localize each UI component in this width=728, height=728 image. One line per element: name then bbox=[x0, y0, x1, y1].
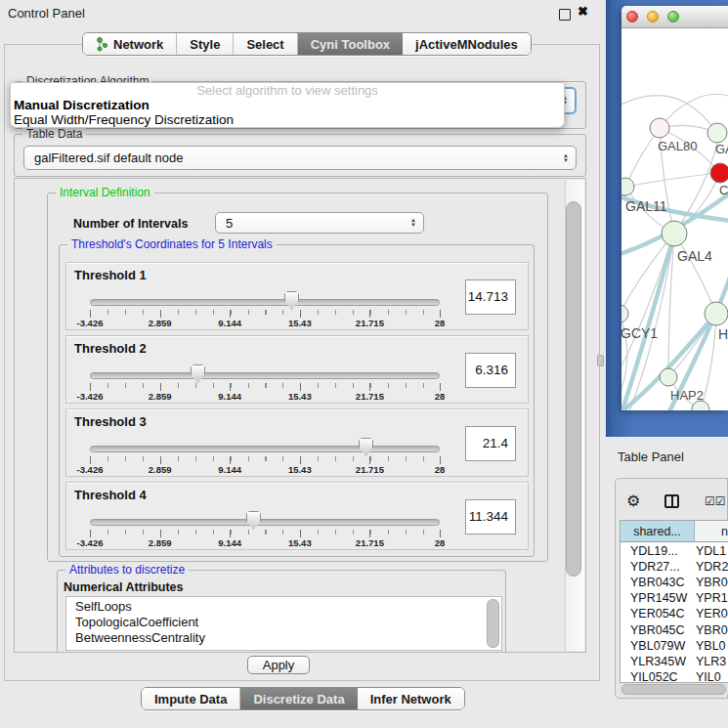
threshold-1-slider-track[interactable] bbox=[90, 299, 440, 306]
settings-scrollbar-track[interactable] bbox=[565, 180, 584, 651]
threshold-2-value-field[interactable]: 6.316 bbox=[465, 353, 516, 388]
scale-label: 28 bbox=[435, 318, 446, 328]
interval-definition-group: Interval Definition Number of Intervals … bbox=[47, 193, 548, 562]
split-divider-grip[interactable] bbox=[597, 355, 604, 366]
table-row[interactable]: YIL052CYIL0 bbox=[621, 670, 728, 683]
number-of-intervals-combobox[interactable]: 5 ▲▼ bbox=[215, 212, 424, 234]
table-horizontal-scrollbar-thumb[interactable] bbox=[621, 684, 726, 695]
threshold-4-label: Threshold 4 bbox=[74, 488, 147, 502]
threshold-3-slider-track[interactable] bbox=[90, 446, 440, 452]
scale-label: 9.144 bbox=[218, 318, 241, 328]
table-row[interactable]: YBR043CYBR0 bbox=[621, 576, 728, 591]
list-item[interactable]: BetweennessCentrality bbox=[66, 630, 501, 646]
attributes-group-title: Attributes to discretize bbox=[65, 563, 189, 577]
tab-impute-data-label: Impute Data bbox=[154, 692, 227, 707]
interval-definition-title: Interval Definition bbox=[56, 186, 154, 199]
threshold-2-panel: Threshold 2 -3.426 2.859 9.144 15.43 21.… bbox=[65, 335, 529, 404]
scale-label: 2.859 bbox=[149, 318, 172, 328]
tick-marks-major bbox=[90, 530, 441, 537]
list-item[interactable]: SelfLoops bbox=[66, 597, 501, 615]
number-of-intervals-value: 5 bbox=[226, 216, 233, 231]
label-gal80: GAL80 bbox=[658, 139, 697, 153]
node-gal4[interactable] bbox=[662, 221, 687, 246]
table-row[interactable]: YPR145WYPR1 bbox=[621, 591, 728, 607]
tab-infer-network[interactable]: Infer Network bbox=[358, 688, 464, 709]
threshold-3-slider-thumb[interactable] bbox=[359, 438, 373, 456]
checkbox-columns-icon[interactable]: ☑☑ bbox=[705, 494, 726, 508]
table-row[interactable]: YLR345WYLR3 bbox=[621, 655, 728, 670]
table-row[interactable]: YER054CYER0 bbox=[621, 607, 728, 622]
settings-scrollpane: Interval Definition Number of Intervals … bbox=[14, 178, 586, 653]
node-gal80[interactable] bbox=[650, 118, 669, 138]
table-row[interactable]: YDL19...YDL1 bbox=[621, 544, 728, 560]
scale-label: 15.43 bbox=[288, 537, 312, 548]
number-of-intervals-label: Number of Intervals bbox=[73, 217, 188, 231]
column-view-icon[interactable] bbox=[664, 494, 679, 508]
application-window: Control Panel ✖ Network Style Select Cyn… bbox=[0, 0, 728, 728]
zoom-traffic-light-icon[interactable] bbox=[667, 11, 679, 22]
column-header-name[interactable]: n bbox=[695, 521, 728, 542]
scale-label: 2.859 bbox=[149, 464, 172, 475]
tab-jactivemnodules-label: jActiveMNodules bbox=[415, 37, 518, 52]
tab-jactivemnodules[interactable]: jActiveMNodules bbox=[403, 33, 531, 55]
scale-label: 9.144 bbox=[218, 537, 241, 548]
node-gcy1[interactable] bbox=[621, 305, 628, 322]
numerical-attributes-list[interactable]: SelfLoops TopologicalCoefficient Between… bbox=[65, 596, 502, 651]
table-row[interactable]: YDR27...YDR2 bbox=[621, 560, 728, 576]
threshold-2-slider-thumb[interactable] bbox=[191, 364, 205, 383]
column-header-shared[interactable]: shared... bbox=[621, 521, 695, 542]
threshold-4-value-field[interactable]: 11.344 bbox=[465, 499, 516, 535]
threshold-3-panel: Threshold 3 -3.426 2.859 9.144 15.43 21.… bbox=[65, 408, 529, 477]
apply-button[interactable]: Apply bbox=[247, 656, 310, 674]
node-attribute-table: shared... n YDL19...YDL1 YDR27...YDR2 YB… bbox=[620, 520, 728, 683]
scale-label: -3.426 bbox=[77, 464, 104, 475]
tab-discretize-data-label: Discretize Data bbox=[253, 692, 344, 707]
tab-network[interactable]: Network bbox=[83, 33, 177, 55]
network-window-titlebar[interactable] bbox=[621, 6, 728, 28]
scale-label: 28 bbox=[435, 391, 446, 402]
tick-marks-major bbox=[90, 456, 441, 464]
settings-scrollbar-thumb[interactable] bbox=[566, 201, 581, 577]
scale-label: 28 bbox=[435, 464, 446, 475]
list-scrollbar[interactable] bbox=[487, 599, 499, 648]
scale-label: 21.715 bbox=[356, 391, 384, 402]
label-hap2: HAP2 bbox=[670, 388, 704, 403]
tab-cyni-toolbox[interactable]: Cyni Toolbox bbox=[298, 33, 403, 55]
node-top-right[interactable] bbox=[707, 123, 727, 143]
minimize-traffic-light-icon[interactable] bbox=[647, 11, 659, 22]
gear-icon[interactable]: ⚙ bbox=[626, 492, 640, 510]
table-row[interactable]: YBR045CYBR0 bbox=[621, 623, 728, 639]
dropdown-option-manual-discretization[interactable]: Manual Discretization bbox=[11, 98, 564, 112]
table-header-row: shared... n bbox=[621, 521, 728, 542]
threshold-4-slider-track[interactable] bbox=[90, 519, 440, 526]
node-h[interactable] bbox=[705, 302, 728, 325]
tab-discretize-data[interactable]: Discretize Data bbox=[240, 688, 357, 709]
tick-marks-major bbox=[90, 383, 441, 391]
tab-select[interactable]: Select bbox=[234, 33, 297, 55]
list-item[interactable]: TopologicalCoefficient bbox=[66, 615, 501, 630]
table-data-combobox[interactable]: galFiltered.sif default node ▲▼ bbox=[23, 146, 577, 170]
node-hap2[interactable] bbox=[660, 368, 677, 386]
threshold-3-value-field[interactable]: 21.4 bbox=[465, 426, 516, 461]
node-gal11[interactable] bbox=[621, 178, 634, 195]
scale-label: 9.144 bbox=[218, 464, 241, 475]
dropdown-option-equal-width[interactable]: Equal Width/Frequency Discretization bbox=[11, 112, 564, 127]
threshold-4-slider-thumb[interactable] bbox=[246, 511, 261, 530]
threshold-1-slider-thumb[interactable] bbox=[284, 291, 299, 310]
scale-label: -3.426 bbox=[77, 318, 104, 328]
close-traffic-light-icon[interactable] bbox=[626, 11, 638, 22]
float-window-icon[interactable] bbox=[559, 9, 571, 21]
tab-style[interactable]: Style bbox=[177, 33, 234, 55]
node-red-selected[interactable] bbox=[710, 163, 728, 183]
tab-impute-data[interactable]: Impute Data bbox=[142, 688, 240, 709]
thresholds-group: Threshold's Coordinates for 5 Intervals … bbox=[59, 244, 535, 557]
table-horizontal-scrollbar[interactable] bbox=[620, 683, 728, 695]
threshold-1-value-field[interactable]: 14.713 bbox=[465, 279, 516, 315]
threshold-2-slider-track[interactable] bbox=[90, 372, 440, 379]
combo-arrows-icon: ▲▼ bbox=[563, 153, 569, 163]
scale-label: -3.426 bbox=[77, 537, 104, 548]
attributes-group: Attributes to discretize Numerical Attri… bbox=[57, 570, 506, 653]
network-canvas[interactable]: GAL80 GA C GAL11 GAL4 GCY1 H HAP2 bbox=[621, 28, 728, 410]
close-icon[interactable]: ✖ bbox=[578, 4, 588, 19]
table-row[interactable]: YBL079WYBL0 bbox=[621, 639, 728, 655]
